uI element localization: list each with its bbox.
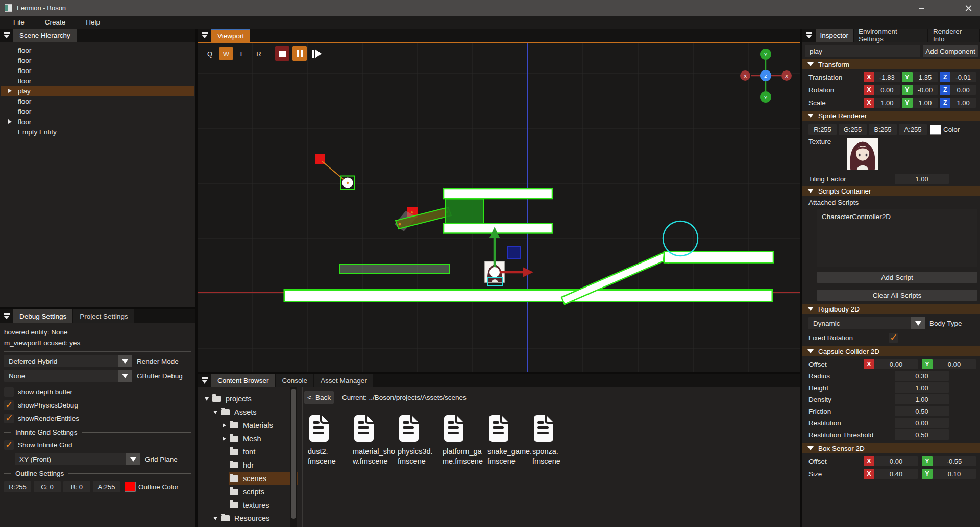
rotation-y-field[interactable]: -0.00: [913, 85, 938, 95]
step-frame-button[interactable]: [310, 46, 324, 61]
radius-field[interactable]: 0.30: [895, 371, 949, 381]
panel-collapse-icon[interactable]: [802, 29, 816, 42]
y-axis-badge[interactable]: Y: [922, 359, 933, 369]
show-physics-debug-checkbox[interactable]: [4, 400, 14, 410]
back-button[interactable]: <- Back: [304, 391, 334, 404]
clear-all-scripts-button[interactable]: Clear All Scripts: [817, 290, 977, 301]
collapse-arrow-icon[interactable]: [213, 517, 217, 520]
expand-arrow-icon[interactable]: [8, 119, 12, 124]
menu-file[interactable]: File: [6, 18, 32, 26]
tree-scrollbar-thumb[interactable]: [291, 389, 296, 519]
tab-debug-settings[interactable]: Debug Settings: [13, 309, 72, 323]
tree-item-materials[interactable]: Materials: [198, 419, 298, 432]
ground-platform-entity[interactable]: [284, 290, 772, 302]
tab-renderer-info[interactable]: Renderer Info: [928, 29, 979, 42]
x-axis-badge[interactable]: X: [864, 456, 874, 466]
y-axis-badge[interactable]: Y: [902, 85, 913, 95]
transform-section-header[interactable]: Transform: [802, 59, 980, 69]
friction-field[interactable]: 0.50: [895, 406, 949, 416]
scale-z-field[interactable]: 1.00: [950, 98, 976, 108]
translation-z-field[interactable]: -0.01: [950, 72, 976, 82]
show-infinite-grid-checkbox[interactable]: [4, 440, 14, 450]
moving-platform-entity[interactable]: [340, 265, 449, 273]
tab-asset-manager[interactable]: Asset Manager: [314, 374, 373, 387]
tool-q-button[interactable]: Q: [203, 47, 216, 60]
stop-button[interactable]: [275, 46, 289, 61]
tree-item-textures[interactable]: textures: [198, 498, 298, 512]
panel-collapse-icon[interactable]: [198, 29, 211, 42]
file-item[interactable]: dust2.fmscene: [306, 415, 351, 466]
tree-scrollbar[interactable]: [290, 387, 297, 527]
hierarchy-item-floor[interactable]: floor: [1, 106, 194, 116]
divider[interactable]: [302, 387, 303, 527]
sensor-size-x-field[interactable]: 0.40: [874, 469, 918, 479]
tree-item-scripts[interactable]: scripts: [198, 485, 298, 498]
show-depth-buffer-checkbox[interactable]: [4, 387, 14, 397]
plank-entity[interactable]: [395, 207, 451, 231]
translation-x-field[interactable]: -1.83: [874, 72, 900, 82]
show-render-entities-checkbox[interactable]: [4, 414, 14, 423]
x-axis-badge[interactable]: X: [864, 98, 874, 108]
tab-inspector[interactable]: Inspector: [816, 29, 853, 42]
viewport-canvas[interactable]: Y Y X X Z: [198, 43, 800, 372]
orientation-gizmo[interactable]: Y Y X X Z: [740, 49, 792, 103]
y-axis-badge[interactable]: Y: [922, 469, 933, 479]
outline-g-field[interactable]: G: 0: [34, 481, 61, 492]
elevated-platform-entity[interactable]: [664, 252, 773, 263]
tool-e-button[interactable]: E: [236, 47, 249, 60]
scale-y-field[interactable]: 1.00: [913, 98, 938, 108]
tree-item-projects[interactable]: projects: [198, 392, 298, 405]
entity-name-input[interactable]: [805, 45, 920, 57]
restitution-field[interactable]: 0.00: [895, 418, 949, 428]
rotation-z-field[interactable]: 0.00: [950, 85, 976, 95]
tree-item-hdr[interactable]: hdr: [198, 459, 298, 472]
pause-button[interactable]: [292, 46, 307, 61]
outline-r-field[interactable]: R:255: [4, 481, 31, 492]
box-sensor-section-header[interactable]: Box Sensor 2D: [802, 443, 980, 453]
capsule-offset-y-field[interactable]: 0.00: [933, 359, 976, 369]
panel-collapse-icon[interactable]: [198, 374, 211, 387]
joint-ball-entity[interactable]: [315, 154, 355, 190]
outline-a-field[interactable]: A:255: [93, 481, 120, 492]
box-structure-entity[interactable]: [444, 189, 552, 233]
height-field[interactable]: 1.00: [895, 382, 949, 393]
hierarchy-item-play[interactable]: play: [1, 86, 194, 96]
color-r-field[interactable]: R:255: [808, 124, 837, 135]
panel-collapse-icon[interactable]: [0, 29, 13, 42]
body-type-dropdown[interactable]: Dynamic: [808, 317, 925, 329]
scripts-container-section-header[interactable]: Scripts Container: [802, 186, 980, 196]
tree-item-mesh[interactable]: Mesh: [198, 432, 298, 445]
x-axis-badge[interactable]: X: [864, 72, 874, 82]
collapse-arrow-icon[interactable]: [205, 397, 209, 401]
rotation-x-field[interactable]: 0.00: [874, 85, 900, 95]
menu-create[interactable]: Create: [38, 18, 73, 26]
collapse-arrow-icon[interactable]: [213, 411, 217, 414]
tab-project-settings[interactable]: Project Settings: [74, 309, 134, 323]
add-component-button[interactable]: Add Component: [923, 45, 978, 57]
file-item[interactable]: material_show.fmscene: [351, 415, 396, 466]
tiling-factor-field[interactable]: 1.00: [895, 174, 949, 184]
hierarchy-item-floor[interactable]: floor: [1, 55, 194, 65]
restitution-thresh-field[interactable]: 0.50: [895, 429, 949, 440]
gizmo-plane-handle[interactable]: [508, 247, 520, 258]
panel-collapse-icon[interactable]: [0, 309, 13, 323]
scale-x-field[interactable]: 1.00: [874, 98, 900, 108]
color-g-field[interactable]: G:255: [839, 124, 867, 135]
outline-b-field[interactable]: B: 0: [63, 481, 90, 492]
file-item[interactable]: platform_game.fmscene: [441, 415, 486, 466]
sensor-size-y-field[interactable]: 0.10: [933, 469, 976, 479]
tree-item-resources[interactable]: Resources: [198, 512, 298, 525]
x-axis-badge[interactable]: X: [864, 85, 874, 95]
z-axis-badge[interactable]: Z: [940, 85, 950, 95]
outline-color-swatch[interactable]: [125, 482, 136, 492]
capsule-collider-section-header[interactable]: Capsule Collider 2D: [802, 346, 980, 356]
minimize-button[interactable]: [910, 0, 933, 16]
file-item[interactable]: snake_game.fmscene: [486, 415, 531, 466]
render-mode-dropdown[interactable]: Deferred Hybrid: [4, 355, 132, 367]
density-field[interactable]: 1.00: [895, 394, 949, 404]
translate-gizmo[interactable]: [489, 227, 533, 277]
tool-w-button[interactable]: W: [219, 47, 233, 60]
translation-y-field[interactable]: 1.35: [913, 72, 938, 82]
expand-arrow-icon[interactable]: [223, 423, 226, 427]
tree-item-assets[interactable]: Assets: [198, 405, 298, 419]
